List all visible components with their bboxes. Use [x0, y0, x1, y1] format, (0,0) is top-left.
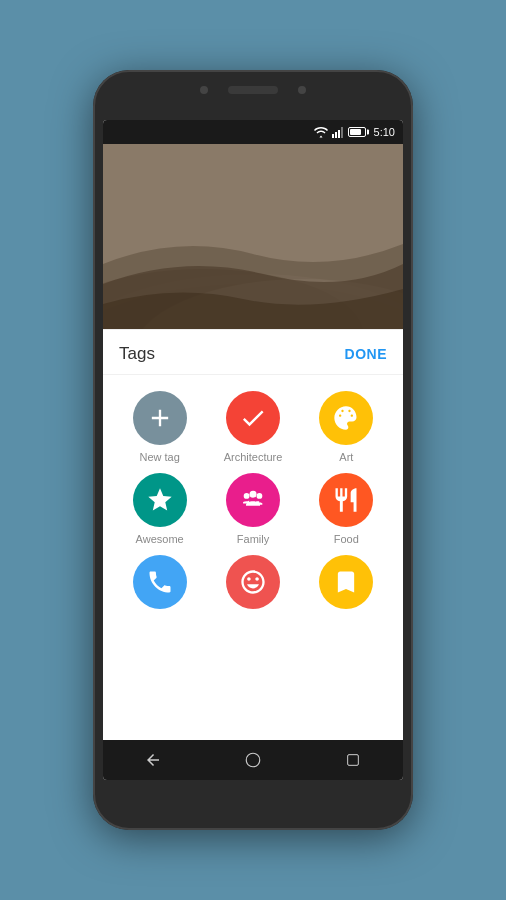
tag-item-art[interactable]: Art: [300, 391, 393, 463]
svg-point-11: [256, 493, 262, 499]
nav-back-button[interactable]: [141, 748, 165, 772]
phone-shell: 5:10 Tags DONE: [93, 70, 413, 830]
tag-item-family[interactable]: Family: [206, 473, 299, 545]
svg-point-12: [246, 753, 260, 767]
back-icon: [144, 751, 162, 769]
svg-rect-13: [348, 755, 359, 766]
palette-icon: [332, 404, 360, 432]
screen: 5:10 Tags DONE: [103, 120, 403, 780]
photo-waves: [103, 144, 403, 329]
svg-point-9: [249, 491, 256, 498]
tag-circle-awesome: [133, 473, 187, 527]
tag-label-architecture: Architecture: [224, 451, 283, 463]
tag-item-new-tag[interactable]: New tag: [113, 391, 206, 463]
tag-circle-art: [319, 391, 373, 445]
status-icons: 5:10: [314, 126, 395, 138]
plus-icon: [146, 404, 174, 432]
tag-item-9[interactable]: [300, 555, 393, 615]
tags-grid: New tag Architecture Art: [103, 375, 403, 625]
tag-label-new-tag: New tag: [139, 451, 179, 463]
tag-item-architecture[interactable]: Architecture: [206, 391, 299, 463]
tag-circle-new-tag: [133, 391, 187, 445]
bookmark-icon: [332, 568, 360, 596]
tags-title: Tags: [119, 344, 155, 364]
nav-recent-button[interactable]: [341, 748, 365, 772]
tag-circle-architecture: [226, 391, 280, 445]
tag-label-art: Art: [339, 451, 353, 463]
time-display: 5:10: [374, 126, 395, 138]
tag-item-awesome[interactable]: Awesome: [113, 473, 206, 545]
tag-circle-7: [133, 555, 187, 609]
photo-area: [103, 144, 403, 329]
recent-icon: [345, 752, 361, 768]
smiley-icon: [239, 568, 267, 596]
phone-icon: [146, 568, 174, 596]
front-camera: [200, 86, 208, 94]
svg-rect-3: [341, 127, 343, 138]
wifi-icon: [314, 127, 328, 138]
tags-panel: Tags DONE New tag Architecture: [103, 329, 403, 740]
tag-item-food[interactable]: Food: [300, 473, 393, 545]
tag-circle-food: [319, 473, 373, 527]
speaker: [228, 86, 278, 94]
tags-header: Tags DONE: [103, 330, 403, 375]
tag-label-food: Food: [334, 533, 359, 545]
phone-top: [93, 86, 413, 94]
sensor: [298, 86, 306, 94]
tag-circle-family: [226, 473, 280, 527]
signal-icon: [332, 127, 344, 138]
nav-home-button[interactable]: [241, 748, 265, 772]
check-icon: [239, 404, 267, 432]
battery-icon: [348, 127, 366, 137]
tag-label-awesome: Awesome: [136, 533, 184, 545]
svg-rect-2: [338, 130, 340, 138]
nav-bar: [103, 740, 403, 780]
tag-label-family: Family: [237, 533, 269, 545]
done-button[interactable]: DONE: [345, 346, 387, 362]
svg-rect-0: [332, 134, 334, 138]
home-icon: [244, 751, 262, 769]
tag-item-7[interactable]: [113, 555, 206, 615]
tag-circle-9: [319, 555, 373, 609]
tag-item-8[interactable]: [206, 555, 299, 615]
svg-rect-1: [335, 132, 337, 138]
people-icon: [239, 486, 267, 514]
svg-point-10: [244, 493, 250, 499]
star-icon: [146, 486, 174, 514]
fork-icon: [332, 486, 360, 514]
status-bar: 5:10: [103, 120, 403, 144]
tag-circle-8: [226, 555, 280, 609]
